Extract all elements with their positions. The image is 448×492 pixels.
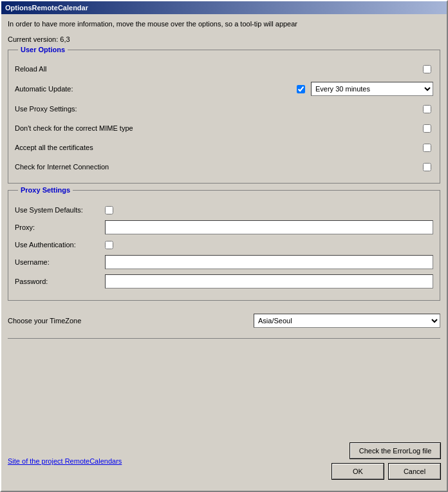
mime-checkbox-wrapper — [420, 122, 433, 135]
use-proxy-checkbox[interactable] — [423, 105, 431, 113]
title-bar: OptionsRemoteCalendar — [1, 1, 447, 14]
certs-checkbox[interactable] — [423, 144, 431, 152]
password-input[interactable] — [105, 274, 433, 289]
use-proxy-checkbox-wrapper — [420, 102, 433, 115]
main-window: OptionsRemoteCalendar In order to have m… — [0, 0, 448, 492]
auth-checkbox[interactable] — [105, 241, 113, 249]
timezone-label: Choose your TimeZone — [8, 317, 254, 325]
certs-checkbox-wrapper — [420, 141, 433, 154]
option-row-certs: Accept all the certificates — [15, 138, 433, 157]
window-title: OptionsRemoteCalendar — [5, 4, 88, 12]
use-proxy-control — [420, 102, 433, 115]
option-row-proxy: Use Proxy Settings: — [15, 99, 433, 118]
timezone-dropdown[interactable]: Asia/Seoul UTC America/New_York Europe/L… — [254, 314, 440, 328]
use-proxy-label: Use Proxy Settings: — [15, 105, 420, 113]
info-description: In order to have more information, move … — [8, 19, 440, 29]
auto-update-control: Every 30 minutes Every 15 minutes Every … — [294, 82, 433, 96]
footer-right: Check the ErrorLog file OK Cancel — [332, 443, 440, 479]
check-errorlog-button[interactable]: Check the ErrorLog file — [350, 443, 440, 459]
password-label: Password: — [15, 278, 105, 285]
project-link[interactable]: Site of the project RemoteCalendars — [8, 457, 122, 465]
system-defaults-label: Use System Defaults: — [15, 206, 105, 214]
internet-checkbox[interactable] — [423, 163, 431, 171]
proxy-row-username: Username: — [15, 252, 433, 272]
proxy-row-password: Password: — [15, 272, 433, 291]
internet-label: Check for Internet Connection — [15, 163, 420, 171]
footer: Site of the project RemoteCalendars Chec… — [8, 437, 440, 486]
proxy-row-system-defaults: Use System Defaults: — [15, 202, 433, 218]
option-row-reload-all: Reload All — [15, 59, 433, 79]
ok-cancel-row: OK Cancel — [332, 464, 440, 479]
proxy-inner: Use System Defaults: Proxy: Use Authenti… — [15, 200, 433, 294]
ok-button[interactable]: OK — [332, 464, 384, 479]
mime-label: Don't check for the correct MIME type — [15, 124, 420, 132]
option-row-auto-update: Automatic Update: Every 30 minutes Every… — [15, 79, 433, 99]
reload-all-control — [420, 62, 433, 75]
proxy-row-auth: Use Authentication: — [15, 237, 433, 252]
certs-label: Accept all the certificates — [15, 144, 420, 151]
window-body: In order to have more information, move … — [1, 14, 447, 491]
user-options-group: User Options Reload All Automatic Update… — [8, 50, 440, 184]
timezone-row: Choose your TimeZone Asia/Seoul UTC Amer… — [8, 308, 440, 333]
internet-control — [420, 160, 433, 173]
auto-update-checkbox[interactable] — [297, 85, 305, 93]
update-frequency-dropdown[interactable]: Every 30 minutes Every 15 minutes Every … — [311, 82, 433, 96]
proxy-settings-legend: Proxy Settings — [18, 186, 73, 194]
username-label: Username: — [15, 258, 105, 266]
cancel-button[interactable]: Cancel — [389, 464, 440, 479]
certs-control — [420, 141, 433, 154]
proxy-input[interactable] — [105, 220, 433, 234]
proxy-settings-group: Proxy Settings Use System Defaults: Prox… — [8, 190, 440, 301]
auto-update-label: Automatic Update: — [15, 85, 294, 93]
internet-checkbox-wrapper — [420, 160, 433, 173]
version-text: Current version: 6,3 — [8, 35, 440, 43]
system-defaults-checkbox[interactable] — [105, 206, 113, 214]
auto-update-checkbox-wrapper — [294, 82, 307, 95]
proxy-row-proxy: Proxy: — [15, 218, 433, 237]
reload-all-checkbox[interactable] — [423, 65, 431, 73]
option-row-mime: Don't check for the correct MIME type — [15, 118, 433, 138]
reload-all-label: Reload All — [15, 65, 420, 73]
auth-label: Use Authentication: — [15, 241, 105, 249]
proxy-field-label: Proxy: — [15, 223, 105, 231]
mime-control — [420, 122, 433, 135]
username-input[interactable] — [105, 255, 433, 269]
footer-divider — [8, 338, 440, 339]
mime-checkbox[interactable] — [423, 124, 431, 133]
option-row-internet: Check for Internet Connection — [15, 157, 433, 176]
reload-all-checkbox-wrapper — [420, 62, 433, 75]
user-options-legend: User Options — [18, 46, 68, 53]
